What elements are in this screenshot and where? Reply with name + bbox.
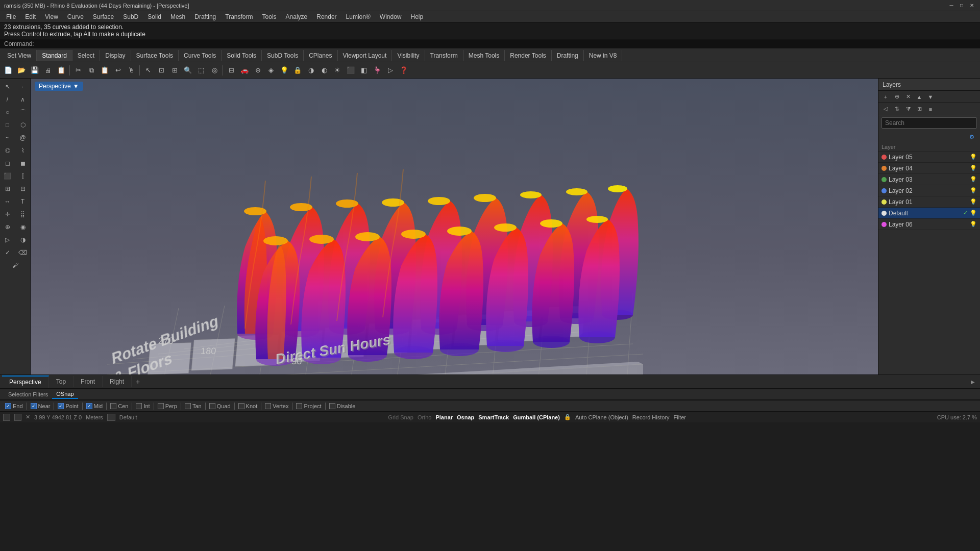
vp-tab-front[interactable]: Front [74,376,103,387]
status-checkbox-1[interactable] [3,414,10,421]
render-lt-icon[interactable]: ▷ [1,234,15,246]
menu-solid[interactable]: Solid [143,12,165,21]
array-icon[interactable]: ⣿ [16,208,30,220]
scene-viewport[interactable]: Direct Sun Hours Direct Sun Hours Rotate… [31,79,878,374]
layer-delete-icon[interactable]: ✕ [903,92,913,102]
layer-properties-icon[interactable]: ⚙ [967,132,977,142]
osnap-item-quad[interactable]: Quad [208,403,232,409]
light-icon[interactable]: 💡 [278,64,290,77]
menu-view[interactable]: View [41,12,62,21]
tab-selection-filters[interactable]: Selection Filters [4,390,52,398]
osnap-button[interactable]: Osnap [457,414,474,420]
osnap-item-tan[interactable]: Tan [184,403,203,409]
print-icon[interactable]: 🖨 [42,64,54,77]
menu-window[interactable]: Window [376,12,406,21]
smarttrack-button[interactable]: SmartTrack [478,414,509,420]
osnap-item-point[interactable]: ✓ Point [57,403,79,409]
menu-edit[interactable]: Edit [21,12,40,21]
osnap-item-int[interactable]: Int [135,403,151,409]
layer-eye-3[interactable]: 💡 [970,187,977,194]
tab-osnap[interactable]: OSnap [52,390,78,399]
snap-icon[interactable]: ◈ [265,64,277,77]
vp-tab-right[interactable]: Right [103,376,132,387]
menu-analyze[interactable]: Analyze [282,12,312,21]
layer-eye-2[interactable]: 💡 [970,176,977,183]
rect-icon[interactable]: □ [1,119,15,131]
mesh-icon[interactable]: ⊞ [1,183,15,195]
tab-transform[interactable]: Transform [425,50,463,61]
planar-button[interactable]: Planar [435,414,453,420]
extrude-icon[interactable]: ⟦ [16,170,30,182]
circle-icon[interactable]: ○ [1,106,15,118]
status-checkbox-2[interactable] [14,414,21,421]
layer-item-3[interactable]: Layer 02 💡 [878,185,980,196]
tab-render-tools[interactable]: Render Tools [505,50,552,61]
tab-curve-tools[interactable]: Curve Tools [179,50,222,61]
render2-lt-icon[interactable]: ◑ [16,234,30,246]
copy-icon[interactable]: ⧉ [85,64,97,77]
vp-tab-add-button[interactable]: + [132,375,144,388]
save-icon[interactable]: 💾 [29,64,41,77]
layer-eye-6[interactable]: 💡 [970,221,977,228]
solid-icon[interactable]: ⬛ [1,170,15,182]
menu-transform[interactable]: Transform [221,12,257,21]
tab-new-v8[interactable]: New in V8 [584,50,623,61]
menu-render[interactable]: Render [312,12,340,21]
spiral-icon[interactable]: @ [16,132,30,144]
menu-lumion[interactable]: Lumion® [342,12,375,21]
maximize-button[interactable]: □ [958,2,966,9]
tab-viewport-layout[interactable]: Viewport Layout [338,50,393,61]
zoom-icon[interactable]: 🔍 [182,64,194,77]
eraser-icon[interactable]: ⌫ [16,246,30,259]
osnap-item-near[interactable]: ✓ Near [30,403,52,409]
viewport-scrollbar-right[interactable]: ▶ [971,379,975,385]
layer-eye-1[interactable]: 💡 [970,165,977,171]
tab-solid-tools[interactable]: Solid Tools [222,50,262,61]
paste-icon[interactable]: 📋 [99,64,111,77]
tab-visibility[interactable]: Visibility [392,50,425,61]
properties-icon[interactable]: 📋 [55,64,67,77]
auto-cplane-button[interactable]: Auto CPlane (Object) [575,414,628,420]
tab-standard[interactable]: Standard [37,50,72,61]
env-icon[interactable]: ◐ [318,64,330,77]
osnap-item-disable[interactable]: Disable [328,403,357,409]
render-icon[interactable]: ▷ [384,64,397,77]
curve2-icon[interactable]: ⌇ [16,144,30,157]
surface-icon[interactable]: ◻ [1,157,15,169]
layer-back-icon[interactable]: ◁ [880,104,891,114]
layer-table-icon[interactable]: ⊞ [914,104,924,114]
zoom-win-icon[interactable]: ⬚ [195,64,207,77]
vp-tab-top[interactable]: Top [49,376,74,387]
layer-item-6[interactable]: Layer 06 💡 [878,219,980,230]
tab-display[interactable]: Display [100,50,131,61]
viewport-icon[interactable]: ⊟ [225,64,237,77]
cut-icon[interactable]: ✂ [72,64,84,77]
layer-move-up-icon[interactable]: ▲ [914,92,924,102]
sun-icon[interactable]: ☀ [331,64,344,77]
freeform-icon[interactable]: ~ [1,132,15,144]
text-icon[interactable]: T [16,195,30,208]
layer-eye-0[interactable]: 💡 [970,154,977,160]
zoom-ext-icon[interactable]: ⊡ [155,64,167,77]
layer-sort-icon[interactable]: ⇅ [892,104,902,114]
tab-mesh-tools[interactable]: Mesh Tools [463,50,505,61]
analyze-icon[interactable]: ⊕ [1,221,15,233]
poly-icon[interactable]: ⬡ [16,119,30,131]
mat-icon[interactable]: ◑ [305,64,317,77]
vp-tab-perspective[interactable]: Perspective [2,375,49,388]
record-history-button[interactable]: Record History [632,414,670,420]
select-icon[interactable]: ↖ [142,64,154,77]
menu-surface[interactable]: Surface [89,12,118,21]
mesh2-icon[interactable]: ⊟ [16,183,30,195]
arc-icon[interactable]: ⌒ [16,106,30,118]
nav-icon[interactable]: ⊕ [252,64,264,77]
surface2-icon[interactable]: ◼ [16,157,30,169]
flamingo-icon[interactable]: 🦩 [371,64,383,77]
lock-icon[interactable]: 🔒 [291,64,304,77]
osnap-item-vertex[interactable]: Vertex [264,403,289,409]
car-icon[interactable]: 🚗 [238,64,251,77]
menu-subd[interactable]: SubD [119,12,142,21]
layer-item-4[interactable]: Layer 01 💡 [878,196,980,208]
analyze2-icon[interactable]: ◉ [16,221,30,233]
layer-eye-5[interactable]: 💡 [970,210,977,216]
